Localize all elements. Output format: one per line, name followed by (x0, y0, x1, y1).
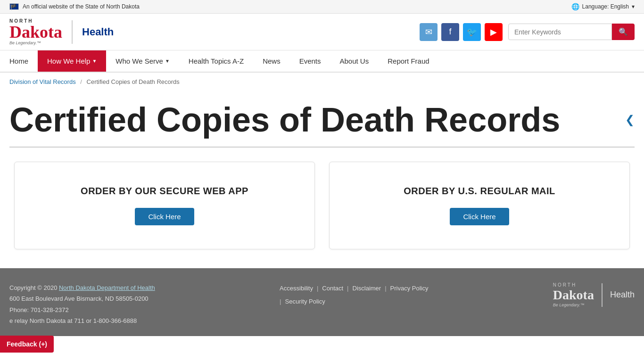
logo-health-text: Health (82, 26, 114, 38)
footer-accessibility-link[interactable]: Accessibility (280, 282, 313, 295)
footer-logo-divider (602, 283, 603, 307)
nd-flag-icon: 🏴 (9, 3, 19, 10)
search-button[interactable]: 🔍 (612, 24, 635, 40)
footer-logo-health: Health (610, 290, 635, 300)
page-content: Certified Copies of Death Records ❮ ORDE… (0, 91, 644, 268)
title-chevron-icon: ❮ (625, 113, 635, 126)
facebook-social-button[interactable]: f (441, 23, 459, 41)
footer-logo-north: NORTH (553, 282, 594, 288)
nav-item-news[interactable]: News (253, 50, 290, 72)
page-title: Certified Copies of Death Records (9, 100, 560, 139)
nav-item-about-us[interactable]: About Us (330, 50, 379, 72)
footer-logo-area: NORTH Dakota Be Legendary.™ Health (553, 282, 635, 307)
nd-logo: NORTH Dakota Be Legendary.™ (9, 18, 62, 45)
language-label: Language: English (582, 3, 629, 10)
header-right: ✉ f 🐦 ▶ 🔍 (420, 23, 635, 41)
order-cards: ORDER BY OUR SECURE WEB APP Click Here O… (9, 162, 635, 249)
nav-item-report-fraud[interactable]: Report Fraud (378, 50, 438, 72)
footer-address: 600 East Boulevard Ave Bismarck, ND 5850… (9, 293, 155, 304)
footer-dept-link[interactable]: North Dakota Department of Health (59, 284, 155, 291)
official-text: An official website of the State of Nort… (23, 3, 140, 10)
nav-item-who-we-serve-label: Who We Serve (116, 57, 163, 65)
search-area: 🔍 (508, 24, 635, 40)
footer-phone: Phone: 701-328-2372 (9, 304, 155, 315)
breadcrumb-current: Certified Copies of Death Records (87, 78, 180, 85)
main-nav: Home How We Help ▼ Who We Serve ▼ Health… (0, 50, 644, 73)
breadcrumb-separator: / (80, 78, 82, 85)
top-bar: 🏴 An official website of the State of No… (0, 0, 644, 14)
social-icons: ✉ f 🐦 ▶ (420, 23, 503, 41)
page-title-area: Certified Copies of Death Records ❮ (9, 100, 635, 148)
official-notice: 🏴 An official website of the State of No… (9, 3, 140, 10)
footer-left: Copyright © 2020 North Dakota Department… (9, 282, 155, 327)
web-app-card-title: ORDER BY OUR SECURE WEB APP (81, 186, 248, 197)
language-chevron-icon: ▾ (632, 3, 635, 10)
footer-logo-tagline: Be Legendary.™ (553, 303, 594, 307)
twitter-social-button[interactable]: 🐦 (463, 23, 481, 41)
web-app-click-here-button[interactable]: Click Here (135, 208, 194, 225)
logo-tagline-text: Be Legendary.™ (9, 41, 62, 45)
language-selector[interactable]: 🌐 Language: English ▾ (571, 3, 635, 10)
mail-click-here-button[interactable]: Click Here (450, 208, 509, 225)
header: NORTH Dakota Be Legendary.™ Health ✉ f 🐦… (0, 14, 644, 50)
footer-copyright: Copyright © 2020 North Dakota Department… (9, 282, 155, 293)
breadcrumb: Division of Vital Records / Certified Co… (0, 73, 644, 91)
footer-relay: e relay North Dakota at 711 or 1-800-366… (9, 315, 155, 326)
footer-links-row2: | Security Policy (280, 296, 428, 308)
footer-privacy-link[interactable]: Privacy Policy (390, 282, 429, 295)
nav-item-home[interactable]: Home (0, 50, 38, 72)
youtube-social-button[interactable]: ▶ (485, 23, 503, 41)
feedback-button[interactable]: Feedback (+) (0, 336, 54, 336)
footer-links: Accessibility | Contact | Disclaimer | P… (280, 282, 428, 308)
logo-dakota-text: Dakota (9, 24, 62, 41)
nav-item-how-we-help[interactable]: How We Help ▼ (38, 50, 106, 72)
footer-security-link[interactable]: Security Policy (285, 296, 325, 308)
logo-area: NORTH Dakota Be Legendary.™ Health (9, 18, 114, 45)
mail-card-title: ORDER BY U.S. REGULAR MAIL (404, 186, 555, 197)
nav-item-who-we-serve[interactable]: Who We Serve ▼ (106, 50, 179, 72)
mail-card: ORDER BY U.S. REGULAR MAIL Click Here (329, 162, 630, 249)
breadcrumb-vital-records[interactable]: Division of Vital Records (9, 78, 76, 85)
footer-logo: NORTH Dakota Be Legendary.™ Health (553, 282, 635, 307)
footer-nd-logo: NORTH Dakota Be Legendary.™ (553, 282, 594, 307)
email-social-button[interactable]: ✉ (420, 23, 438, 41)
search-input[interactable] (508, 24, 612, 40)
web-app-card: ORDER BY OUR SECURE WEB APP Click Here (14, 162, 315, 249)
footer-links-row1: Accessibility | Contact | Disclaimer | P… (280, 282, 428, 295)
footer-contact-link[interactable]: Contact (322, 282, 343, 295)
nav-item-health-topics[interactable]: Health Topics A-Z (179, 50, 253, 72)
nav-item-events[interactable]: Events (290, 50, 330, 72)
nav-item-how-we-help-label: How We Help (47, 57, 90, 65)
logo-divider (72, 20, 73, 44)
globe-icon: 🌐 (571, 3, 579, 10)
footer-disclaimer-link[interactable]: Disclaimer (353, 282, 381, 295)
footer: Copyright © 2020 North Dakota Department… (0, 268, 644, 336)
who-we-serve-dropdown-icon: ▼ (165, 58, 170, 64)
footer-logo-dakota: Dakota (553, 288, 594, 303)
how-we-help-dropdown-icon: ▼ (92, 58, 97, 64)
